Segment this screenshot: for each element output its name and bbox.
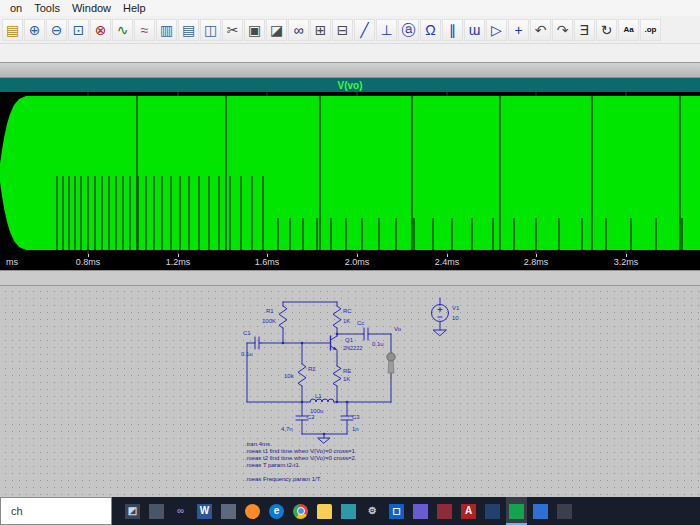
taskbar-pinned-app-8-icon[interactable] <box>530 497 551 525</box>
spice-directive-line[interactable]: .meas Frequency param 1/T <box>245 476 321 482</box>
label-c3-name[interactable]: C3 <box>352 414 360 420</box>
toolbar-cut-button[interactable]: ✂ <box>222 19 243 41</box>
label-re-name[interactable]: RE <box>343 368 351 374</box>
waveform-window-titlebar[interactable] <box>0 62 700 78</box>
toolbar-tile-horizontal-button[interactable]: ▥ <box>156 19 177 41</box>
label-v1-name[interactable]: V1 <box>452 305 460 311</box>
taskbar-pinned-app-2-icon[interactable] <box>146 497 167 525</box>
taskbar-pinned-app-9-icon[interactable] <box>554 497 575 525</box>
taskbar-pinned-app-6-icon[interactable] <box>434 497 455 525</box>
pinned-app-5-glyph <box>413 504 428 519</box>
toolbar-plot-settings-button[interactable]: ≈ <box>134 19 155 41</box>
toolbar-place-resistor-button[interactable]: Ω <box>420 19 441 41</box>
menu-item-window[interactable]: Window <box>66 2 117 14</box>
resistor-r2[interactable] <box>298 364 306 386</box>
axis-tick-mark <box>357 254 358 257</box>
waveform-pane[interactable] <box>0 92 700 254</box>
taskbar-ltspice-icon[interactable] <box>506 497 527 525</box>
taskbar-pinned-app-3-icon[interactable] <box>218 497 239 525</box>
label-c3-value[interactable]: 1n <box>352 426 359 432</box>
toolbar-mirror-button[interactable]: Ǝ <box>574 19 595 41</box>
inductor-l1[interactable] <box>310 399 334 402</box>
toolbar-place-label-button[interactable]: ⓐ <box>398 19 419 41</box>
label-c2-value[interactable]: 4.7n <box>281 426 293 432</box>
label-r2-value[interactable]: 10k <box>284 373 295 379</box>
toolbar-place-ground-button[interactable]: ⊥ <box>376 19 397 41</box>
label-c1-value[interactable]: 0.1u <box>241 351 253 357</box>
toolbar-rotate-button[interactable]: ↻ <box>596 19 617 41</box>
resistor-rc[interactable] <box>333 306 341 328</box>
toolbar-place-diode-button[interactable]: ▷ <box>486 19 507 41</box>
toolbar-redo-button[interactable]: ↷ <box>552 19 573 41</box>
taskbar-visual-studio-icon[interactable]: ∞ <box>170 497 191 525</box>
toolbar-draw-wire-button[interactable]: ╱ <box>354 19 375 41</box>
trace-label[interactable]: V(vo) <box>338 80 363 91</box>
label-rc-name[interactable]: RC <box>343 308 352 314</box>
junction-dots <box>282 333 349 436</box>
word-glyph: W <box>197 504 212 519</box>
spice-directive-line[interactable]: .meas t1 find time when V(Vo)=0 cross=1 <box>245 448 355 454</box>
toolbar-find-button[interactable]: ∞ <box>288 19 309 41</box>
menu-item-help[interactable]: Help <box>117 2 152 14</box>
menu-item-on[interactable]: on <box>4 2 28 14</box>
label-q1-value[interactable]: 2N2222 <box>343 345 362 351</box>
taskbar-search[interactable]: ch <box>0 497 112 525</box>
label-c2-name[interactable]: C2 <box>307 414 315 420</box>
toolbar-paste-button[interactable]: ◪ <box>266 19 287 41</box>
taskbar-file-explorer-icon[interactable] <box>314 497 335 525</box>
schematic-canvas[interactable]: R1 100K RC 1K Q1 2N2222 C1 0.1u Cc 0.1u … <box>0 286 700 497</box>
toolbar-place-inductor-button[interactable]: ɯ <box>464 19 485 41</box>
toolbar-print-button[interactable]: ⊞ <box>310 19 331 41</box>
label-r1-value[interactable]: 100K <box>262 318 276 324</box>
toolbar-copy-button[interactable]: ▣ <box>244 19 265 41</box>
label-q1-name[interactable]: Q1 <box>345 337 354 343</box>
taskbar-pinned-app-7-icon[interactable] <box>482 497 503 525</box>
capacitor-c1[interactable] <box>255 337 259 349</box>
taskbar-settings-icon[interactable]: ⚙ <box>362 497 383 525</box>
net-label-vo[interactable]: Vo <box>394 326 402 332</box>
spice-directive-line[interactable]: .meas t2 find time when V(Vo)=0 cross=2 <box>245 455 355 461</box>
toolbar-tile-vertical-button[interactable]: ▤ <box>178 19 199 41</box>
window-splitter[interactable] <box>0 270 700 286</box>
label-r1-name[interactable]: R1 <box>266 308 274 314</box>
label-rc-value[interactable]: 1K <box>343 318 350 324</box>
toolbar-spice-directive-button[interactable]: .op <box>640 19 661 41</box>
toolbar-zoom-in-button[interactable]: ⊕ <box>24 19 45 41</box>
toolbar-print-preview-button[interactable]: ⊟ <box>332 19 353 41</box>
toolbar-open-button[interactable]: ▤ <box>2 19 23 41</box>
capacitor-cc[interactable] <box>364 328 368 340</box>
axis-tick-label: 2.8ms <box>524 257 549 267</box>
toolbar-zoom-area-button[interactable]: ⊡ <box>68 19 89 41</box>
toolbar-gap <box>0 44 700 62</box>
label-l1-name[interactable]: L1 <box>315 393 322 399</box>
resistor-r1[interactable] <box>279 306 287 328</box>
taskbar-store-icon[interactable]: ◻ <box>386 497 407 525</box>
label-re-value[interactable]: 1K <box>343 376 350 382</box>
taskbar-pinned-app-1-icon[interactable]: ◩ <box>122 497 143 525</box>
spice-directive-line[interactable]: .tran 4ms <box>245 441 270 447</box>
label-v1-value[interactable]: 10 <box>452 315 459 321</box>
taskbar-chrome-icon[interactable] <box>290 497 311 525</box>
label-cc-name[interactable]: Cc <box>357 320 364 326</box>
toolbar-cascade-panes-button[interactable]: ◫ <box>200 19 221 41</box>
label-r2-name[interactable]: R2 <box>308 366 316 372</box>
taskbar-pinned-app-4-icon[interactable] <box>338 497 359 525</box>
taskbar-acrobat-icon[interactable]: A <box>458 497 479 525</box>
toolbar-undo-button[interactable]: ↶ <box>530 19 551 41</box>
label-c1-name[interactable]: C1 <box>243 330 251 336</box>
taskbar-pinned-app-5-icon[interactable] <box>410 497 431 525</box>
label-cc-value[interactable]: 0.1u <box>372 341 384 347</box>
spice-directive-line[interactable]: .meas T param t2-t1 <box>245 462 299 468</box>
toolbar-place-component-button[interactable]: + <box>508 19 529 41</box>
toolbar-zoom-out-button[interactable]: ⊖ <box>46 19 67 41</box>
toolbar-place-capacitor-button[interactable]: ∥ <box>442 19 463 41</box>
toolbar-autorange-y-button[interactable]: ∿ <box>112 19 133 41</box>
spice-directives[interactable]: .tran 4ms.meas t1 find time when V(Vo)=0… <box>245 441 355 482</box>
taskbar-edge-icon[interactable]: e <box>266 497 287 525</box>
toolbar-text-button[interactable]: Aa <box>618 19 639 41</box>
taskbar-firefox-icon[interactable] <box>242 497 263 525</box>
resistor-re[interactable] <box>333 366 341 386</box>
toolbar-zoom-extents-button[interactable]: ⊗ <box>90 19 111 41</box>
taskbar-word-icon[interactable]: W <box>194 497 215 525</box>
menu-item-tools[interactable]: Tools <box>28 2 66 14</box>
